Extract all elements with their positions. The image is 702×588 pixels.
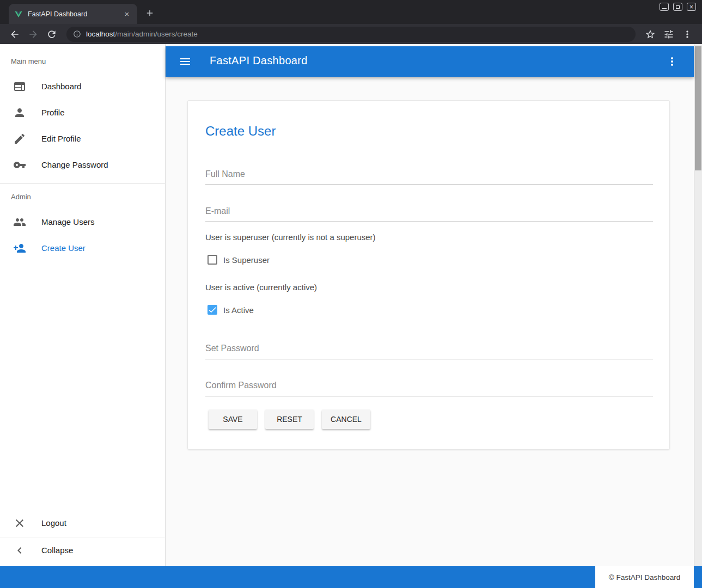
appbar-title: FastAPI Dashboard — [210, 54, 308, 67]
sidebar-item-label: Manage Users — [41, 217, 95, 226]
person-add-icon — [13, 242, 26, 255]
sidebar-item-label: Change Password — [41, 160, 108, 169]
sidebar-item-manage-users[interactable]: Manage Users — [0, 209, 165, 235]
sidebar-item-label: Collapse — [41, 546, 73, 555]
email-input[interactable] — [205, 206, 653, 222]
back-button[interactable] — [9, 29, 20, 40]
superuser-checkbox-label: Is Superuser — [223, 255, 270, 265]
content-area: Create User User is superuser (currently… — [166, 77, 694, 566]
sidebar-item-label: Create User — [41, 243, 86, 253]
sidebar-item-label: Edit Profile — [41, 134, 81, 143]
address-bar[interactable]: localhost/main/admin/users/create — [66, 27, 636, 42]
page: Main menu Dashboard Profile Edit Profile — [0, 44, 702, 588]
sidebar-item-change-password[interactable]: Change Password — [0, 152, 165, 178]
minimize-button[interactable] — [660, 3, 669, 11]
sidebar-section-main-menu: Main menu — [11, 57, 46, 65]
active-checkbox-row: Is Active — [207, 305, 254, 315]
minimize-icon — [662, 8, 667, 9]
url-path: /main/admin/users/create — [115, 30, 198, 38]
app-footer: © FastAPI Dashboard — [0, 566, 702, 588]
sidebar-item-create-user[interactable]: Create User — [0, 235, 165, 261]
cancel-button[interactable]: CANCEL — [322, 409, 370, 429]
pencil-icon — [13, 132, 26, 145]
sidebar-item-collapse[interactable]: Collapse — [0, 537, 165, 564]
sidebar-item-logout[interactable]: Logout — [0, 510, 165, 536]
sidebar-item-label: Profile — [41, 108, 65, 117]
main-area: FastAPI Dashboard Create User User is su… — [166, 44, 694, 566]
sidebar-item-label: Dashboard — [41, 82, 81, 91]
url-host: localhost — [86, 30, 115, 38]
sidebar-item-edit-profile[interactable]: Edit Profile — [0, 126, 165, 152]
browser-tab[interactable]: FastAPI Dashboard × — [9, 4, 137, 24]
sidebar-section-admin: Admin — [11, 193, 31, 201]
scrollbar-thumb[interactable] — [695, 46, 701, 170]
browser-titlebar: FastAPI Dashboard × × — [0, 0, 702, 24]
bookmark-star-icon[interactable] — [645, 29, 656, 40]
appbar: FastAPI Dashboard — [166, 46, 694, 77]
more-options-icon[interactable] — [666, 55, 679, 68]
group-icon — [13, 216, 26, 229]
active-checkbox[interactable] — [207, 305, 217, 315]
window-controls: × — [660, 3, 696, 11]
browser-menu-icon[interactable] — [682, 29, 693, 40]
copyright-text: © FastAPI Dashboard — [595, 566, 694, 588]
browser-toolbar: localhost/main/admin/users/create — [0, 24, 702, 44]
active-hint: User is active (currently active) — [205, 283, 317, 292]
sidebar: Main menu Dashboard Profile Edit Profile — [0, 44, 166, 566]
key-icon — [13, 158, 26, 171]
reset-button[interactable]: RESET — [265, 409, 314, 429]
create-user-card: Create User User is superuser (currently… — [187, 100, 670, 450]
form-buttons: SAVE RESET CANCEL — [209, 409, 370, 429]
forward-button[interactable] — [28, 29, 39, 40]
active-checkbox-label: Is Active — [223, 305, 254, 315]
close-icon — [13, 517, 26, 530]
close-icon: × — [689, 4, 693, 10]
page-title: Create User — [205, 124, 276, 139]
chevron-left-icon — [13, 544, 26, 557]
sidebar-item-label: Logout — [41, 518, 66, 528]
sidebar-divider — [0, 183, 165, 184]
set-password-input[interactable] — [205, 344, 653, 359]
page-scrollbar[interactable] — [694, 44, 702, 588]
maximize-icon — [676, 5, 680, 9]
extensions-icon[interactable] — [663, 29, 674, 40]
maximize-button[interactable] — [673, 3, 682, 11]
dashboard-icon — [13, 80, 26, 93]
superuser-checkbox[interactable] — [207, 255, 217, 265]
browser-window: FastAPI Dashboard × × localhost/main/adm… — [0, 0, 702, 588]
person-icon — [13, 106, 26, 119]
vue-logo-icon — [14, 10, 23, 19]
sidebar-item-dashboard[interactable]: Dashboard — [0, 74, 165, 100]
full-name-input[interactable] — [205, 169, 653, 185]
hamburger-menu-icon[interactable] — [179, 55, 192, 68]
save-button[interactable]: SAVE — [209, 409, 257, 429]
sidebar-item-profile[interactable]: Profile — [0, 100, 165, 126]
tab-close-icon[interactable]: × — [122, 9, 132, 19]
close-window-button[interactable]: × — [687, 3, 696, 11]
confirm-password-input[interactable] — [205, 381, 653, 396]
new-tab-button[interactable] — [143, 6, 157, 20]
reload-button[interactable] — [46, 29, 57, 40]
superuser-checkbox-row: Is Superuser — [207, 255, 270, 265]
tab-title: FastAPI Dashboard — [28, 10, 122, 18]
site-info-icon[interactable] — [73, 30, 81, 38]
superuser-hint: User is superuser (currently is not a su… — [205, 232, 376, 242]
